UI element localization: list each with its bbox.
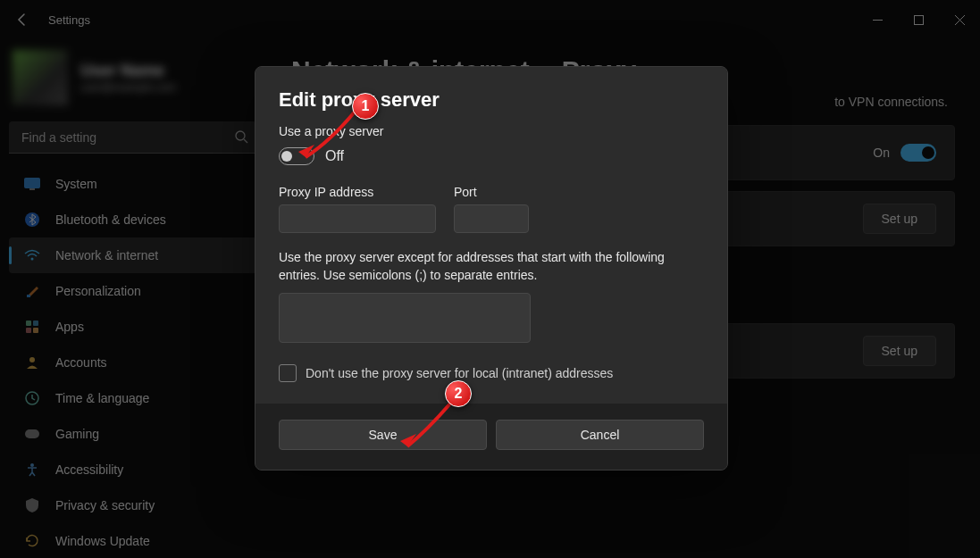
bypass-help-text: Use the proxy server except for addresse… xyxy=(279,249,704,284)
use-proxy-label: Use a proxy server xyxy=(279,124,704,138)
local-bypass-checkbox[interactable] xyxy=(279,364,297,382)
proxy-port-input[interactable] xyxy=(454,204,529,233)
proxy-ip-input[interactable] xyxy=(279,204,436,233)
proxy-port-label: Port xyxy=(454,185,529,199)
use-proxy-toggle[interactable] xyxy=(279,147,314,165)
local-bypass-label: Don't use the proxy server for local (in… xyxy=(306,366,613,380)
bypass-list-input[interactable] xyxy=(279,293,531,343)
annotation-marker-2: 2 xyxy=(445,380,472,407)
annotation-marker-1: 1 xyxy=(352,93,379,120)
edit-proxy-dialog: Edit proxy server Use a proxy server Off… xyxy=(255,66,728,471)
cancel-button[interactable]: Cancel xyxy=(496,420,704,450)
toggle-state-label: Off xyxy=(325,148,344,164)
proxy-ip-label: Proxy IP address xyxy=(279,185,436,199)
save-button[interactable]: Save xyxy=(279,420,487,450)
dialog-title: Edit proxy server xyxy=(279,88,704,112)
